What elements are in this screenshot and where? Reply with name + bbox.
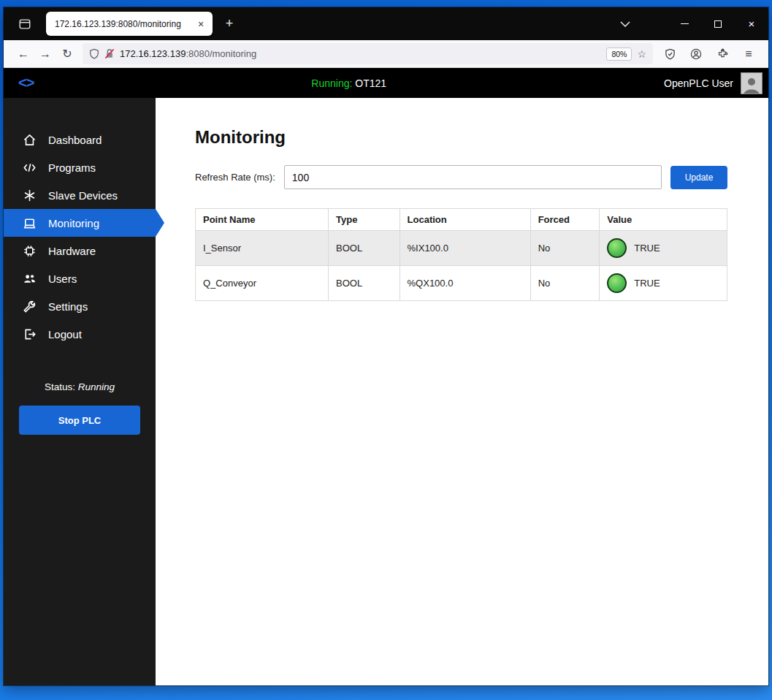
sidebar-item-users[interactable]: Users xyxy=(4,265,156,292)
column-header-forced: Forced xyxy=(530,209,600,231)
cell-forced: No xyxy=(530,266,600,301)
app-header: <> Running: OT121 OpenPLC User xyxy=(4,68,768,98)
main-content: Monitoring Refresh Rate (ms): Update Poi… xyxy=(156,98,768,685)
maximize-button[interactable] xyxy=(701,7,735,40)
minimize-icon xyxy=(681,23,689,24)
sidebar-item-label: Slave Devices xyxy=(48,189,118,202)
cell-location: %QX100.0 xyxy=(400,266,530,301)
zoom-level-badge[interactable]: 80% xyxy=(606,47,632,61)
column-header-point-name: Point Name xyxy=(196,209,329,231)
sidebar-item-label: Monitoring xyxy=(48,217,99,229)
url-path: :8080/monitoring xyxy=(186,48,256,59)
protections-icon[interactable] xyxy=(659,44,681,64)
insecure-lock-icon[interactable] xyxy=(104,48,115,59)
new-tab-button[interactable]: + xyxy=(218,13,240,35)
maximize-icon xyxy=(714,20,722,28)
bookmark-star-icon[interactable]: ☆ xyxy=(637,48,646,60)
forward-icon[interactable]: → xyxy=(34,44,56,64)
status-value: Running xyxy=(78,381,115,392)
browser-titlebar: 172.16.123.139:8080/monitoring × + × xyxy=(4,7,768,40)
update-button[interactable]: Update xyxy=(670,166,727,189)
stop-plc-button[interactable]: Stop PLC xyxy=(19,406,140,435)
refresh-rate-row: Refresh Rate (ms): Update xyxy=(195,165,727,189)
led-indicator-on xyxy=(607,238,627,258)
extensions-puzzle-icon[interactable] xyxy=(711,44,733,64)
cell-forced: No xyxy=(530,231,600,266)
sidebar-item-label: Programs xyxy=(48,161,96,174)
cell-type: BOOL xyxy=(329,266,400,301)
sidebar-item-label: Users xyxy=(48,273,77,285)
minimize-button[interactable] xyxy=(668,7,701,40)
url-text: 172.16.123.139:8080/monitoring xyxy=(120,48,601,59)
cell-location: %IX100.0 xyxy=(400,231,530,266)
plc-status-text: Running: OT121 xyxy=(34,77,664,89)
monitoring-table: Point Name Type Location Forced Value I_… xyxy=(195,208,727,301)
sidebar-item-monitoring[interactable]: Monitoring xyxy=(4,209,156,237)
chip-icon xyxy=(21,244,37,258)
permissions-shield-icon[interactable] xyxy=(89,48,99,59)
url-bar[interactable]: 172.16.123.139:8080/monitoring 80% ☆ xyxy=(83,43,653,64)
logged-in-user: OpenPLC User xyxy=(664,77,733,89)
sidebar-item-hardware[interactable]: Hardware xyxy=(4,237,156,265)
running-label: Running: xyxy=(311,77,352,89)
sidebar-item-logout[interactable]: Logout xyxy=(4,320,156,348)
wrench-icon xyxy=(21,300,37,313)
column-header-location: Location xyxy=(400,209,530,231)
browser-tab[interactable]: 172.16.123.139:8080/monitoring × xyxy=(46,12,213,36)
menu-icon[interactable]: ≡ xyxy=(738,44,760,64)
tab-close-icon[interactable]: × xyxy=(194,17,208,31)
browser-navbar: ← → ↻ 172.16.123.139:8080/monitoring 80%… xyxy=(4,40,768,68)
close-window-button[interactable]: × xyxy=(735,7,768,40)
value-text: TRUE xyxy=(634,243,660,254)
openplc-logo: <> xyxy=(18,75,34,91)
sidebar-item-label: Settings xyxy=(48,300,88,313)
tab-title: 172.16.123.139:8080/monitoring xyxy=(55,19,189,29)
logout-icon xyxy=(21,327,37,341)
sidebar: Dashboard Programs xyxy=(4,98,156,685)
firefox-view-icon[interactable] xyxy=(14,13,36,35)
value-text: TRUE xyxy=(634,278,660,289)
network-asterisk-icon xyxy=(21,189,37,202)
cell-point-name: Q_Conveyor xyxy=(196,266,329,301)
table-row: I_Sensor BOOL %IX100.0 No TRUE xyxy=(196,231,727,266)
cell-value: TRUE xyxy=(600,231,727,266)
cell-value: TRUE xyxy=(600,266,727,301)
refresh-rate-label: Refresh Rate (ms): xyxy=(195,172,275,183)
desktop-background: 172.16.123.139:8080/monitoring × + × ← →… xyxy=(0,0,772,700)
column-header-type: Type xyxy=(329,209,400,231)
user-avatar[interactable] xyxy=(741,72,763,94)
app-body: Dashboard Programs xyxy=(4,98,768,685)
cell-type: BOOL xyxy=(329,231,400,266)
users-icon xyxy=(21,272,37,286)
navbar-right-icons: ≡ xyxy=(659,44,760,64)
column-header-value: Value xyxy=(600,209,727,231)
page-title: Monitoring xyxy=(195,127,727,148)
sidebar-item-label: Logout xyxy=(48,328,82,341)
sidebar-item-label: Dashboard xyxy=(48,134,102,146)
running-program-name: OT121 xyxy=(352,77,386,89)
sidebar-item-settings[interactable]: Settings xyxy=(4,292,156,320)
sidebar-item-programs[interactable]: Programs xyxy=(4,153,156,181)
url-host: 172.16.123.139 xyxy=(120,48,186,59)
refresh-rate-input[interactable] xyxy=(284,165,662,189)
back-icon[interactable]: ← xyxy=(12,44,34,64)
led-indicator-on xyxy=(607,273,627,293)
status-prefix: Status: xyxy=(45,381,78,392)
table-header-row: Point Name Type Location Forced Value xyxy=(196,209,727,231)
tabs-list-chevron-icon[interactable] xyxy=(614,13,637,35)
account-icon[interactable] xyxy=(685,44,707,64)
reload-icon[interactable]: ↻ xyxy=(56,44,78,64)
openplc-app: <> Running: OT121 OpenPLC User xyxy=(4,68,768,685)
home-icon xyxy=(21,133,37,147)
sidebar-item-dashboard[interactable]: Dashboard xyxy=(4,126,156,153)
code-icon xyxy=(21,161,37,175)
sidebar-item-label: Hardware xyxy=(48,245,96,257)
cell-point-name: I_Sensor xyxy=(196,231,329,266)
sidebar-item-slave-devices[interactable]: Slave Devices xyxy=(4,181,156,209)
plc-status-indicator: Status: Running xyxy=(4,381,156,392)
table-row: Q_Conveyor BOOL %QX100.0 No TRUE xyxy=(196,266,727,301)
browser-window: 172.16.123.139:8080/monitoring × + × ← →… xyxy=(4,7,768,685)
monitor-icon xyxy=(21,216,37,230)
menu-glyph: ≡ xyxy=(745,47,752,61)
